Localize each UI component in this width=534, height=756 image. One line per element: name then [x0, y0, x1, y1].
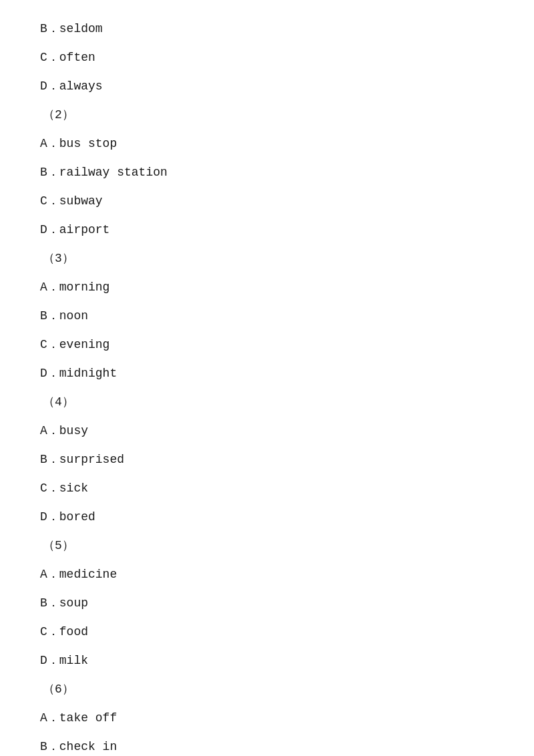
- b-check-in: B．check in: [40, 738, 494, 756]
- d-airport: D．airport: [40, 221, 494, 239]
- a-morning: A．morning: [40, 278, 494, 297]
- c-often: C．often: [40, 49, 494, 67]
- c-sick: C．sick: [40, 480, 494, 498]
- b-railway-station: B．railway station: [40, 164, 494, 182]
- a-bus-stop: A．bus stop: [40, 135, 494, 153]
- a-busy: A．busy: [40, 422, 494, 440]
- c-evening: C．evening: [40, 336, 494, 354]
- b-noon: B．noon: [40, 307, 494, 325]
- a-take-off: A．take off: [40, 709, 494, 727]
- b-soup: B．soup: [40, 594, 494, 612]
- q2: （2）: [40, 106, 494, 124]
- q5: （5）: [40, 537, 494, 555]
- d-milk: D．milk: [40, 652, 494, 670]
- q3: （3）: [40, 250, 494, 268]
- b-surprised: B．surprised: [40, 451, 494, 469]
- d-always: D．always: [40, 77, 494, 96]
- b-seldom: B．seldom: [40, 20, 494, 38]
- d-bored: D．bored: [40, 508, 494, 526]
- c-food: C．food: [40, 623, 494, 641]
- c-subway: C．subway: [40, 192, 494, 210]
- q4: （4）: [40, 393, 494, 411]
- d-midnight: D．midnight: [40, 365, 494, 383]
- a-medicine: A．medicine: [40, 566, 494, 584]
- content-area: B．seldomC．oftenD．always（2）A．bus stopB．ra…: [40, 20, 494, 756]
- q6: （6）: [40, 681, 494, 699]
